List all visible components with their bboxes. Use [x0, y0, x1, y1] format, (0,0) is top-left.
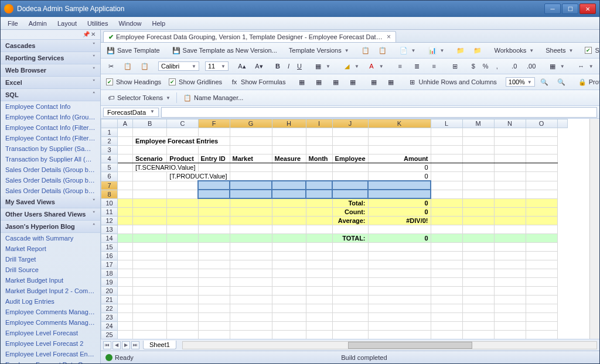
cell-K5[interactable]: 0 — [368, 163, 431, 172]
cell-N5[interactable] — [494, 163, 526, 172]
cell-L17[interactable] — [431, 260, 462, 269]
cell-H21[interactable] — [272, 296, 306, 304]
cell-G10[interactable] — [230, 198, 272, 208]
cell-H17[interactable] — [272, 260, 306, 269]
cell-N6[interactable] — [494, 172, 526, 181]
cell-L24[interactable] — [431, 322, 462, 331]
row-header-1[interactable]: 1 — [101, 128, 118, 137]
zoom-in-button[interactable]: 🔍 — [554, 75, 569, 88]
unhide-button[interactable]: ⊞Unhide Rows and Columns — [404, 75, 499, 88]
cell-J14[interactable]: TOTAL: — [332, 234, 368, 243]
cell-C7[interactable] — [167, 181, 198, 190]
cell-M17[interactable] — [462, 260, 494, 269]
cell-B19[interactable] — [133, 278, 167, 287]
cell-B6[interactable] — [133, 172, 167, 181]
bold-button[interactable]: B — [272, 61, 283, 71]
cell-K25[interactable] — [368, 331, 431, 339]
cell-O2[interactable] — [526, 137, 557, 146]
tool-icon-3[interactable]: 📄▼ — [396, 44, 419, 57]
cell-L5[interactable] — [431, 163, 462, 172]
cell-A12[interactable] — [118, 217, 133, 225]
cell-L7[interactable] — [431, 181, 462, 190]
cell-H13[interactable] — [272, 225, 306, 234]
row-header-12[interactable]: 12 — [101, 217, 118, 225]
cell-J17[interactable] — [332, 260, 368, 269]
maximize-button[interactable]: ☐ — [562, 4, 578, 14]
cell-B24[interactable] — [133, 322, 167, 331]
col-header-O[interactable]: O — [526, 119, 557, 128]
cell-K6[interactable]: 0 — [368, 172, 431, 181]
cell-H11[interactable] — [272, 208, 306, 217]
cell-M4[interactable] — [462, 154, 494, 163]
cell-G2[interactable] — [230, 137, 272, 146]
cell-J25[interactable] — [332, 331, 368, 339]
cell-K22[interactable] — [368, 304, 431, 313]
sidebar-item[interactable]: Employee Forecast Data Grouping — [1, 359, 100, 363]
sidebar-item[interactable]: Employee Contact Info (Filtered by:... — [1, 122, 100, 133]
sidebar-item[interactable]: Employee Comments Management... — [1, 307, 100, 317]
vertical-scrollbar[interactable] — [589, 119, 599, 339]
cell-I25[interactable] — [306, 331, 332, 339]
show-gridlines-check[interactable]: ✔Show Gridlines — [166, 77, 225, 87]
cell-C20[interactable] — [167, 287, 198, 296]
font-select[interactable]: Calibri▼ — [158, 61, 199, 71]
grid-tool-1[interactable]: ▦ — [294, 75, 309, 88]
cell-C11[interactable] — [167, 208, 198, 217]
cell-J6[interactable] — [332, 172, 368, 181]
row-header-19[interactable]: 19 — [101, 278, 118, 287]
cell-J1[interactable] — [332, 128, 368, 137]
cell-N7[interactable] — [494, 181, 526, 190]
sidebar-item[interactable]: Market Budget Input — [1, 275, 100, 286]
cell-L15[interactable] — [431, 243, 462, 252]
cell-O21[interactable] — [526, 296, 557, 304]
cell-M18[interactable] — [462, 269, 494, 278]
cell-K24[interactable] — [368, 322, 431, 331]
sidebar-item[interactable]: Employee Level Forecast 2 — [1, 338, 100, 349]
cell-K12[interactable]: #DIV/0! — [368, 217, 431, 225]
cell-H15[interactable] — [272, 243, 306, 252]
cell-C14[interactable] — [167, 234, 198, 243]
cell-K8[interactable] — [368, 190, 431, 198]
cell-C22[interactable] — [167, 304, 198, 313]
sidebar-item[interactable]: Employee Comments Management — [1, 317, 100, 328]
sidebar-item[interactable]: Sales Order Details (Group by: Prod... — [1, 175, 100, 186]
cell-I22[interactable] — [306, 304, 332, 313]
menu-file[interactable]: File — [3, 19, 23, 28]
cell-M20[interactable] — [462, 287, 494, 296]
cell-G23[interactable] — [230, 313, 272, 322]
cell-C8[interactable] — [167, 190, 198, 198]
row-header-15[interactable]: 15 — [101, 243, 118, 252]
cell-N4[interactable] — [494, 154, 526, 163]
cell-M3[interactable] — [462, 146, 494, 154]
cell-F24[interactable] — [198, 322, 230, 331]
cell-F23[interactable] — [198, 313, 230, 322]
cell-N18[interactable] — [494, 269, 526, 278]
cell-H25[interactable] — [272, 331, 306, 339]
cell-B25[interactable] — [133, 331, 167, 339]
cell-A13[interactable] — [118, 225, 133, 234]
cell-N20[interactable] — [494, 287, 526, 296]
close-panel-icon[interactable]: ✕ — [91, 31, 98, 38]
cell-C1[interactable] — [167, 128, 198, 137]
sidebar-item[interactable]: Employee Contact Info (Grouped by... — [1, 112, 100, 122]
cell-A10[interactable] — [118, 198, 133, 208]
cell-I21[interactable] — [306, 296, 332, 304]
cell-G17[interactable] — [230, 260, 272, 269]
cell-B23[interactable] — [133, 313, 167, 322]
cell-F13[interactable] — [198, 225, 230, 234]
dec-decimal-button[interactable]: .00 — [524, 60, 539, 73]
sidebar-item[interactable]: Sales Order Details (Group by Prod... — [1, 186, 100, 196]
cell-N23[interactable] — [494, 313, 526, 322]
cell-K3[interactable] — [368, 146, 431, 154]
cell-A16[interactable] — [118, 252, 133, 260]
close-button[interactable]: ✕ — [579, 4, 596, 14]
tool-icon-6[interactable]: 📁 — [470, 44, 485, 57]
row-header-8[interactable]: 8 — [101, 190, 118, 198]
sheets-button[interactable]: Sheets▼ — [543, 45, 576, 56]
cell-B22[interactable] — [133, 304, 167, 313]
save-template-button[interactable]: 💾Save Template — [103, 44, 163, 57]
cell-O16[interactable] — [526, 252, 557, 260]
cell-L13[interactable] — [431, 225, 462, 234]
cell-L3[interactable] — [431, 146, 462, 154]
cell-O19[interactable] — [526, 278, 557, 287]
